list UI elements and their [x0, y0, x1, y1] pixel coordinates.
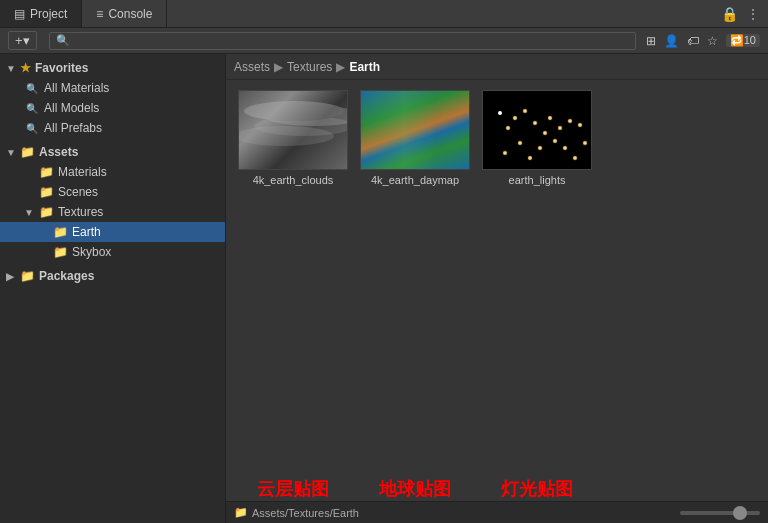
breadcrumb: Assets ▶ Textures ▶ Earth — [226, 54, 768, 80]
main-area: ▼ ★ Favorites 🔍 All Materials 🔍 All Mode… — [0, 54, 768, 523]
favorites-label: Favorites — [35, 61, 88, 75]
bottom-path-text: Assets/Textures/Earth — [252, 507, 359, 519]
console-tab-icon: ≡ — [96, 7, 103, 21]
search-tag-icon[interactable]: 🏷 — [687, 34, 699, 48]
sidebar-item-materials[interactable]: 📁 Materials — [0, 162, 225, 182]
sidebar-section-assets[interactable]: ▼ 📁 Assets — [0, 142, 225, 162]
packages-label: Packages — [39, 269, 94, 283]
project-tab-label: Project — [30, 7, 67, 21]
search-filter-icon[interactable]: ⊞ — [646, 34, 656, 48]
sidebar-section-favorites[interactable]: ▼ ★ Favorites — [0, 58, 225, 78]
breadcrumb-earth[interactable]: Earth — [349, 60, 380, 74]
scenes-folder-icon: 📁 — [38, 185, 54, 199]
asset-thumb-lights — [482, 90, 592, 170]
asset-label-daymap: 4k_earth_daymap — [371, 174, 459, 186]
sidebar-item-all-prefabs[interactable]: 🔍 All Prefabs — [0, 118, 225, 138]
chinese-label-clouds: 云层贴图 — [238, 477, 348, 501]
sidebar-item-earth[interactable]: 📁 Earth — [0, 222, 225, 242]
assets-arrow: ▼ — [6, 147, 16, 158]
chinese-annotation-row: 云层贴图 地球贴图 灯光贴图 — [226, 477, 768, 501]
materials-folder-icon: 📁 — [38, 165, 54, 179]
search-sm-icon2: 🔍 — [24, 103, 40, 114]
tab-bar: ▤ Project ≡ Console 🔒 ⋮ — [0, 0, 768, 28]
textures-folder-icon: 📁 — [38, 205, 54, 219]
search-bar: 🔍 — [49, 32, 636, 50]
thumb-daymap-visual — [361, 91, 469, 169]
search-magnify-icon: 🔍 — [56, 34, 70, 47]
chinese-label-lights: 灯光贴图 — [482, 477, 592, 501]
sidebar-section-packages[interactable]: ▶ 📁 Packages — [0, 266, 225, 286]
breadcrumb-textures[interactable]: Textures — [287, 60, 332, 74]
asset-thumb-daymap — [360, 90, 470, 170]
notification-badge: 🔁10 — [726, 34, 760, 47]
chinese-label-daymap: 地球贴图 — [360, 477, 470, 501]
add-label: + — [15, 33, 23, 48]
search-star-icon[interactable]: ☆ — [707, 34, 718, 48]
toolbar: + ▾ 🔍 ⊞ 👤 🏷 ☆ 🔁10 — [0, 28, 768, 54]
skybox-folder-icon: 📁 — [52, 245, 68, 259]
bottom-bar: 📁 Assets/Textures/Earth — [226, 501, 768, 523]
lock-icon[interactable]: 🔒 — [721, 6, 738, 22]
bottom-folder-icon: 📁 — [234, 506, 248, 519]
search-person-icon[interactable]: 👤 — [664, 34, 679, 48]
assets-label: Assets — [39, 145, 78, 159]
content-panel: Assets ▶ Textures ▶ Earth 4k_earth_cloud… — [226, 54, 768, 523]
badge-icon: 🔁 — [730, 34, 744, 46]
search-icons: ⊞ 👤 🏷 ☆ 🔁10 — [646, 34, 760, 48]
tab-bar-right: 🔒 ⋮ — [721, 6, 768, 22]
project-tab-icon: ▤ — [14, 7, 25, 21]
sidebar-item-textures[interactable]: ▼ 📁 Textures — [0, 202, 225, 222]
packages-arrow: ▶ — [6, 271, 16, 282]
textures-arrow: ▼ — [24, 207, 34, 218]
add-dropdown-icon: ▾ — [23, 33, 30, 48]
breadcrumb-sep1: ▶ — [274, 60, 283, 74]
asset-item-daymap[interactable]: 4k_earth_daymap — [360, 90, 470, 186]
sidebar-item-all-materials[interactable]: 🔍 All Materials — [0, 78, 225, 98]
asset-item-clouds[interactable]: 4k_earth_clouds — [238, 90, 348, 186]
tab-bar-left: ▤ Project ≡ Console — [0, 0, 167, 27]
zoom-slider[interactable] — [680, 511, 760, 515]
bottom-bar-slider — [680, 511, 760, 515]
search-input[interactable] — [74, 34, 629, 48]
add-button[interactable]: + ▾ — [8, 31, 37, 50]
thumb-clouds-visual — [239, 91, 347, 169]
breadcrumb-assets[interactable]: Assets — [234, 60, 270, 74]
packages-folder-icon: 📁 — [20, 269, 35, 283]
menu-icon[interactable]: ⋮ — [746, 6, 760, 22]
asset-label-clouds: 4k_earth_clouds — [253, 174, 334, 186]
asset-thumb-clouds — [238, 90, 348, 170]
thumb-lights-visual — [483, 91, 591, 169]
asset-grid: 4k_earth_clouds 4k_earth_daymap earth_li… — [226, 80, 768, 477]
assets-folder-icon: 📁 — [20, 145, 35, 159]
breadcrumb-sep2: ▶ — [336, 60, 345, 74]
tab-project[interactable]: ▤ Project — [0, 0, 82, 27]
console-tab-label: Console — [108, 7, 152, 21]
favorites-star-icon: ★ — [20, 61, 31, 75]
earth-folder-icon: 📁 — [52, 225, 68, 239]
toolbar-left: + ▾ — [8, 31, 37, 50]
tab-console[interactable]: ≡ Console — [82, 0, 167, 27]
favorites-arrow: ▼ — [6, 63, 16, 74]
sidebar-item-skybox[interactable]: 📁 Skybox — [0, 242, 225, 262]
asset-label-lights: earth_lights — [509, 174, 566, 186]
sidebar-item-all-models[interactable]: 🔍 All Models — [0, 98, 225, 118]
asset-item-lights[interactable]: earth_lights — [482, 90, 592, 186]
sidebar-item-scenes[interactable]: 📁 Scenes — [0, 182, 225, 202]
search-sm-icon3: 🔍 — [24, 123, 40, 134]
bottom-bar-path: 📁 Assets/Textures/Earth — [234, 506, 359, 519]
sidebar: ▼ ★ Favorites 🔍 All Materials 🔍 All Mode… — [0, 54, 226, 523]
search-sm-icon: 🔍 — [24, 83, 40, 94]
